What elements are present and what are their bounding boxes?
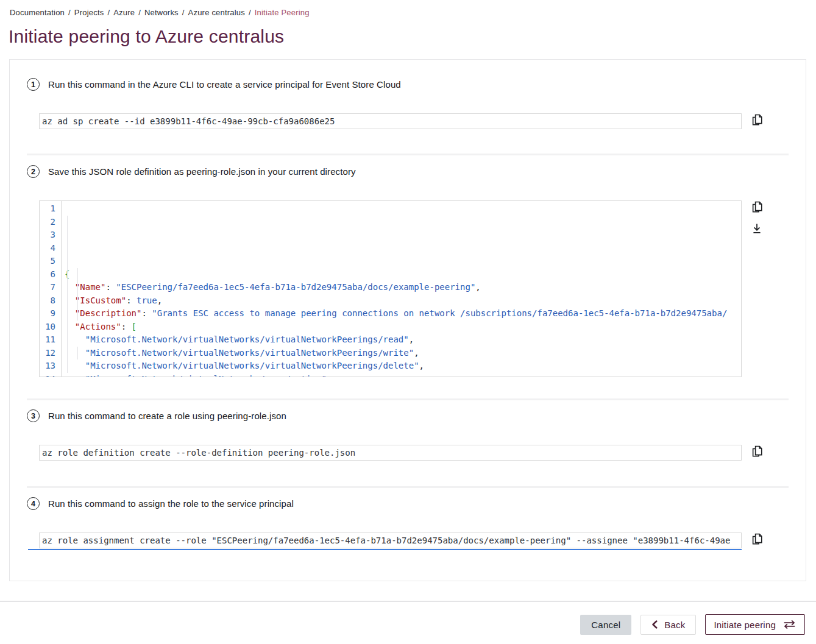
step-2-number-badge: 2 (27, 165, 40, 178)
step-2-label: Save this JSON role definition as peerin… (48, 166, 356, 177)
horizontal-scrollbar[interactable] (28, 549, 742, 550)
json-line-number: 5 (40, 255, 55, 268)
breadcrumb-item-azure[interactable]: Azure (113, 8, 135, 17)
download-icon[interactable] (751, 222, 763, 235)
breadcrumb-item-networks[interactable]: Networks (144, 8, 179, 17)
json-code-line: "Name": "ESCPeering/fa7eed6a-1ec5-4efa-b… (65, 281, 741, 294)
json-code-line: "Microsoft.Network/virtualNetworks/virtu… (65, 333, 741, 347)
initiate-peering-button[interactable]: Initiate peering (705, 614, 805, 635)
json-line-number: 7 (40, 281, 55, 294)
json-line-number: 4 (40, 242, 55, 255)
step-4-label: Run this command to assign the role to t… (48, 498, 294, 509)
json-code-line: "Microsoft.Network/virtualNetworks/virtu… (65, 359, 741, 373)
json-code-line: "Microsoft.Network/virtualNetworks/virtu… (65, 347, 741, 360)
json-line-number: 8 (40, 294, 55, 308)
copy-icon[interactable] (751, 445, 764, 459)
step-4: 4 Run this command to assign the role to… (27, 497, 789, 550)
wizard-card: 1 Run this command in the Azure CLI to c… (9, 59, 806, 581)
breadcrumb-item-documentation[interactable]: Documentation (10, 8, 65, 17)
step-divider (27, 398, 789, 400)
swap-arrows-icon (782, 620, 796, 629)
step-4-number-badge: 4 (27, 497, 40, 510)
json-line-number: 11 (40, 333, 55, 347)
breadcrumb-separator: / (182, 8, 185, 17)
step-3-command-field[interactable]: az role definition create --role-definit… (39, 445, 742, 461)
step-3: 3 Run this command to create a role usin… (27, 409, 789, 461)
indent-guide (77, 347, 78, 359)
breadcrumb-item-projects[interactable]: Projects (74, 8, 104, 17)
breadcrumb-item-initiate-peering: Initiate Peering (255, 8, 310, 17)
indent-guide (67, 216, 68, 373)
json-code-lines: { "Name": "ESCPeering/fa7eed6a-1ec5-4efa… (62, 201, 741, 377)
json-line-number: 6 (40, 268, 55, 281)
copy-icon[interactable] (751, 200, 764, 214)
step-4-command-field[interactable]: az role assignment create --role "ESCPee… (39, 533, 742, 548)
json-line-number: 14 (40, 373, 55, 378)
json-code-line: "Microsoft.Network/virtualNetworks/peer/… (65, 373, 741, 377)
breadcrumb-item-azure-centralus[interactable]: Azure centralus (188, 8, 245, 17)
indent-guide (77, 268, 78, 320)
json-line-number: 12 (40, 347, 55, 360)
initiate-peering-label: Initiate peering (714, 620, 776, 630)
breadcrumb-separator: / (138, 8, 141, 17)
page-title: Initiate peering to Azure centralus (9, 26, 816, 47)
step-2: 2 Save this JSON role definition as peer… (27, 165, 789, 377)
step-divider (27, 486, 789, 488)
chevron-left-icon (651, 620, 658, 629)
breadcrumb-separator: / (107, 8, 110, 17)
json-line-number: 10 (40, 320, 55, 334)
breadcrumb-separator: / (68, 8, 71, 17)
json-code-line: "Actions": [ (65, 320, 741, 334)
breadcrumb: Documentation/Projects/Azure/Networks/Az… (0, 0, 816, 17)
back-button[interactable]: Back (640, 615, 696, 635)
json-line-number: 3 (40, 228, 55, 242)
copy-icon[interactable] (751, 113, 764, 127)
step-1-command-field[interactable]: az ad sp create --id e3899b11-4f6c-49ae-… (39, 113, 742, 129)
breadcrumb-separator: / (249, 8, 251, 17)
json-code-line: { (65, 268, 741, 281)
copy-icon[interactable] (751, 533, 764, 547)
json-code-line: "Description": "Grants ESC access to man… (65, 307, 741, 320)
json-code-line: "IsCustom": true, (65, 294, 741, 308)
step-1-number-badge: 1 (27, 78, 40, 91)
cancel-button[interactable]: Cancel (580, 615, 631, 635)
json-line-number: 9 (40, 307, 55, 320)
back-button-label: Back (664, 620, 685, 630)
step-3-number-badge: 3 (27, 409, 40, 422)
json-editor[interactable]: 1234567891011121314 { "Name": "ESCPeerin… (39, 200, 742, 377)
footer-divider (0, 601, 816, 602)
json-line-number: 13 (40, 359, 55, 373)
step-3-label: Run this command to create a role using … (48, 411, 286, 421)
json-line-number: 1 (40, 202, 55, 216)
json-line-number: 2 (40, 216, 55, 229)
step-divider (27, 154, 789, 155)
footer-actions: Cancel Back Initiate peering (0, 614, 816, 635)
json-gutter: 1234567891011121314 (40, 201, 62, 377)
step-1: 1 Run this command in the Azure CLI to c… (27, 78, 789, 129)
step-1-label: Run this command in the Azure CLI to cre… (48, 79, 401, 90)
